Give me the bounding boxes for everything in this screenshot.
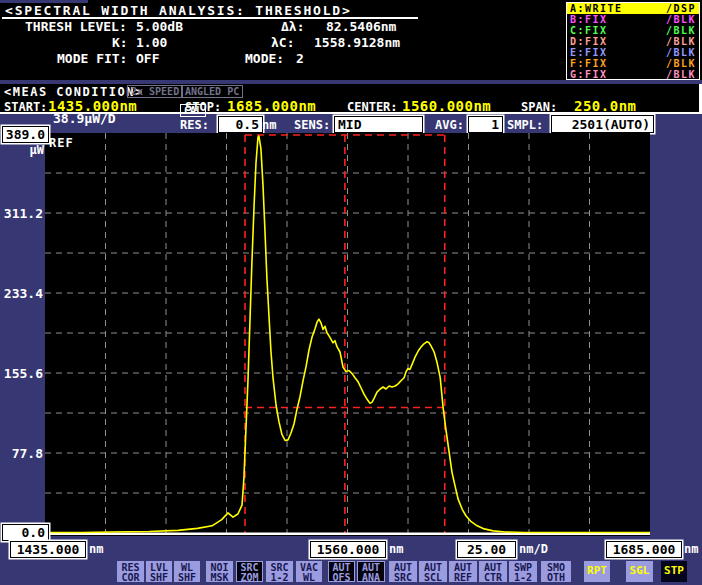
mode-fit-value: OFF [136, 52, 159, 66]
trace-status: /BLK [666, 47, 696, 58]
x-stop-unit: nm [684, 543, 698, 556]
trace-row-g[interactable]: G:FIX/BLK [567, 69, 699, 80]
trace-name: E:FIX [570, 47, 608, 58]
x-start-readout: 1435.000 [10, 541, 86, 558]
x-per-div-readout: 25.00 [457, 541, 516, 558]
softkey-noi-msk[interactable]: NOI MSK [206, 561, 233, 582]
trace-name: A:WRITE [570, 3, 623, 14]
softkey-aut-ana[interactable]: AUT ANA [357, 561, 385, 582]
softkey-smo-oth[interactable]: SMO OTH [541, 561, 571, 582]
res-label: RES: [180, 119, 209, 132]
thresh-level-value: 5.00dB [136, 20, 183, 34]
trace-status: /BLK [666, 14, 696, 25]
x-center-unit: nm [389, 543, 403, 556]
trace-row-c[interactable]: C:FIX/BLK [567, 25, 699, 36]
smpl-field[interactable]: 2501(AUTO) [551, 115, 654, 133]
softkey-wl-shf[interactable]: WL SHF [174, 561, 200, 582]
y-tick-155.6: 155.6 [0, 366, 43, 381]
sens-label: SENS: [294, 119, 330, 132]
softkey-aut-src[interactable]: AUT SRC [389, 561, 417, 582]
res-unit: nm [262, 119, 276, 132]
y-tick-0.0: 0.0 [2, 524, 49, 541]
trace-row-a[interactable]: A:WRITE/DSP [567, 3, 699, 14]
k-label: K: [112, 36, 128, 50]
softkey-rpt[interactable]: RPT [584, 561, 610, 582]
smpl-label: SMPL: [507, 119, 543, 132]
delta-lambda-label: Δλ: [281, 20, 304, 34]
connector-badge: ANGLED PC [181, 85, 243, 98]
softkey-stp[interactable]: STP [661, 561, 687, 582]
y-tick-233.4: 233.4 [0, 286, 43, 301]
lambda-c-label: λC: [271, 36, 294, 50]
x-stop-readout: 1685.000 [606, 541, 682, 558]
softkey-aut-ctr[interactable]: AUT CTR [479, 561, 507, 582]
x-per-div-unit: nm/D [519, 543, 548, 556]
trace-row-d[interactable]: D:FIX/BLK [567, 36, 699, 47]
softkey-vac-wl[interactable]: VAC WL [296, 561, 322, 582]
y-tick-311.2: 311.2 [0, 206, 43, 221]
lambda-c-value: 1558.9128nm [314, 36, 400, 50]
trace-name: C:FIX [570, 25, 608, 36]
trace-name: B:FIX [570, 14, 608, 25]
spectrum-plot [45, 133, 650, 536]
avg-field[interactable]: 1 [468, 116, 503, 133]
softkey-res-cor[interactable]: RES COR [117, 561, 144, 582]
mode-fit-label: MODE FIT: [57, 52, 127, 66]
res-field[interactable]: 0.5 [218, 116, 263, 133]
delta-lambda-value: 82.5406nm [326, 20, 396, 34]
mode-value: 2 [296, 52, 304, 66]
analysis-header: <SPECTRAL WIDTH ANALYSIS: THRESHOLD> THR… [0, 0, 702, 80]
mode-label: MODE: [245, 52, 284, 66]
thresh-level-label: THRESH LEVEL: [25, 20, 127, 34]
k-value: 1.00 [136, 36, 167, 50]
softkey-src-zom[interactable]: SRC ZOM [236, 561, 263, 582]
trace-panel: A:WRITE/DSPB:FIX/BLKC:FIX/BLKD:FIX/BLKE:… [566, 2, 700, 80]
softkey-sgl[interactable]: SGL [626, 561, 653, 582]
trace-status: /BLK [666, 69, 696, 80]
trace-row-f[interactable]: F:FIX/BLK [567, 58, 699, 69]
softkey-swp-1-2[interactable]: SWP 1-2 [509, 561, 537, 582]
speed-badge: 2x SPEED [127, 85, 183, 98]
trace-name: D:FIX [570, 36, 608, 47]
trace-status: /BLK [666, 58, 696, 69]
softkey-aut-scl[interactable]: AUT SCL [419, 561, 447, 582]
sens-field[interactable]: MID [334, 116, 423, 133]
avg-label: AVG: [435, 119, 464, 132]
trace-status: /DSP [666, 3, 696, 14]
trace-status: /BLK [666, 25, 696, 36]
softkey-src-1-2[interactable]: SRC 1-2 [266, 561, 293, 582]
y-tick-389.0: 389.0 [2, 126, 49, 143]
softkey-aut-ofs[interactable]: AUT OFS [328, 561, 355, 582]
ref-label: REF [49, 136, 74, 150]
x-center-readout: 1560.000 [310, 541, 386, 558]
trace-name: G:FIX [570, 69, 608, 80]
x-start-unit: nm [89, 543, 103, 556]
trace-status: /BLK [666, 36, 696, 47]
trace-row-e[interactable]: E:FIX/BLK [567, 47, 699, 58]
y-axis-unit: μW [18, 144, 44, 157]
osa-screen: <SPECTRAL WIDTH ANALYSIS: THRESHOLD> THR… [0, 0, 702, 585]
y-tick-77.8: 77.8 [0, 446, 43, 461]
level-scale-readout: 38.9μW/D [53, 112, 116, 126]
softkey-lvl-shf[interactable]: LVL SHF [146, 561, 172, 582]
trace-name: F:FIX [570, 58, 608, 69]
cal-badge: CAL [180, 104, 206, 117]
trace-row-b[interactable]: B:FIX/BLK [567, 14, 699, 25]
softkey-aut-ref[interactable]: AUT REF [449, 561, 477, 582]
